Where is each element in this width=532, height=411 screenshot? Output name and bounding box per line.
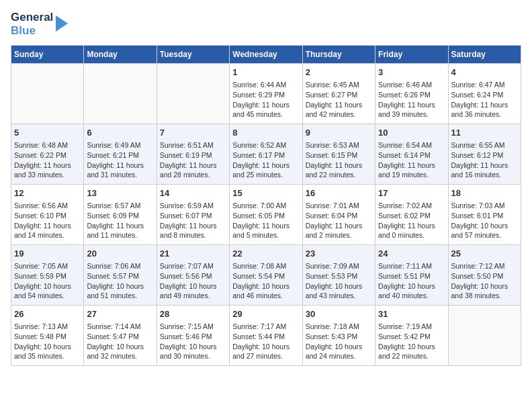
day-info: Sunrise: 7:11 AM bbox=[378, 261, 445, 271]
day-info: Sunrise: 6:53 AM bbox=[306, 140, 372, 150]
day-number: 19 bbox=[14, 248, 81, 260]
calendar-cell: 16Sunrise: 7:01 AMSunset: 6:04 PMDayligh… bbox=[302, 185, 375, 245]
day-info: Daylight: 10 hours and 51 minutes. bbox=[87, 281, 153, 301]
day-info: Sunset: 6:04 PM bbox=[306, 211, 372, 221]
day-info: Sunrise: 6:59 AM bbox=[160, 201, 226, 211]
day-info: Sunrise: 7:00 AM bbox=[232, 201, 299, 211]
day-info: Sunset: 5:53 PM bbox=[306, 271, 372, 281]
day-number: 3 bbox=[378, 66, 445, 79]
day-number: 5 bbox=[14, 127, 81, 139]
day-info: Sunset: 5:43 PM bbox=[306, 332, 372, 342]
day-info: Daylight: 11 hours and 2 minutes. bbox=[306, 221, 372, 240]
calendar-cell: 8Sunrise: 6:52 AMSunset: 6:17 PMDaylight… bbox=[230, 124, 302, 185]
day-info: Sunset: 6:22 PM bbox=[14, 150, 81, 161]
day-info: Daylight: 11 hours and 33 minutes. bbox=[14, 161, 81, 180]
day-info: Sunrise: 7:03 AM bbox=[451, 201, 518, 211]
day-info: Sunset: 5:48 PM bbox=[14, 332, 81, 342]
calendar-table: SundayMondayTuesdayWednesdayThursdayFrid… bbox=[11, 45, 521, 366]
day-info: Sunrise: 7:05 AM bbox=[14, 261, 81, 271]
day-info: Sunrise: 7:13 AM bbox=[14, 322, 81, 332]
calendar-week-row: 12Sunrise: 6:56 AMSunset: 6:10 PMDayligh… bbox=[11, 185, 521, 245]
day-number: 20 bbox=[87, 248, 153, 260]
day-number: 15 bbox=[232, 187, 299, 199]
day-info: Daylight: 10 hours and 43 minutes. bbox=[306, 281, 372, 301]
calendar-cell: 27Sunrise: 7:14 AMSunset: 5:47 PMDayligh… bbox=[84, 306, 157, 366]
day-info: Daylight: 11 hours and 0 minutes. bbox=[378, 221, 445, 240]
day-info: Daylight: 10 hours and 54 minutes. bbox=[14, 281, 81, 301]
day-number: 13 bbox=[87, 187, 153, 199]
calendar-cell: 7Sunrise: 6:51 AMSunset: 6:19 PMDaylight… bbox=[157, 124, 229, 185]
day-number: 4 bbox=[451, 66, 518, 79]
day-header-thursday: Thursday bbox=[302, 46, 375, 64]
calendar-cell: 6Sunrise: 6:49 AMSunset: 6:21 PMDaylight… bbox=[84, 124, 157, 185]
day-number: 2 bbox=[306, 66, 372, 79]
day-info: Sunrise: 7:06 AM bbox=[87, 261, 153, 271]
day-info: Sunset: 6:26 PM bbox=[378, 90, 445, 100]
page-header: General Blue bbox=[11, 11, 521, 37]
day-number: 12 bbox=[14, 187, 81, 199]
day-info: Daylight: 11 hours and 45 minutes. bbox=[232, 100, 299, 120]
day-info: Sunset: 6:15 PM bbox=[306, 150, 372, 161]
day-info: Sunset: 6:02 PM bbox=[378, 211, 445, 221]
day-info: Sunset: 5:51 PM bbox=[378, 271, 445, 281]
day-number: 27 bbox=[87, 308, 153, 320]
day-header-tuesday: Tuesday bbox=[157, 46, 229, 64]
day-number: 8 bbox=[232, 127, 299, 139]
day-number: 31 bbox=[378, 308, 445, 320]
day-info: Sunrise: 7:18 AM bbox=[306, 322, 372, 332]
day-info: Sunrise: 6:46 AM bbox=[378, 80, 445, 90]
calendar-week-row: 26Sunrise: 7:13 AMSunset: 5:48 PMDayligh… bbox=[11, 306, 521, 366]
day-number: 11 bbox=[451, 127, 518, 139]
logo-text: General bbox=[11, 11, 53, 24]
calendar-cell: 19Sunrise: 7:05 AMSunset: 5:59 PMDayligh… bbox=[11, 245, 84, 306]
calendar-cell: 4Sunrise: 6:47 AMSunset: 6:24 PMDaylight… bbox=[448, 64, 521, 124]
day-info: Sunset: 6:27 PM bbox=[306, 90, 372, 100]
day-number: 10 bbox=[378, 127, 445, 139]
day-info: Sunset: 5:42 PM bbox=[378, 332, 445, 342]
day-info: Daylight: 11 hours and 39 minutes. bbox=[378, 100, 445, 120]
calendar-cell: 11Sunrise: 6:55 AMSunset: 6:12 PMDayligh… bbox=[448, 124, 521, 185]
day-info: Sunrise: 7:08 AM bbox=[232, 261, 299, 271]
day-info: Sunset: 5:50 PM bbox=[451, 271, 518, 281]
day-info: Sunrise: 7:12 AM bbox=[451, 261, 518, 271]
day-header-monday: Monday bbox=[84, 46, 157, 64]
day-info: Sunset: 6:07 PM bbox=[160, 211, 226, 221]
day-info: Daylight: 11 hours and 14 minutes. bbox=[14, 221, 81, 240]
day-number: 25 bbox=[451, 248, 518, 260]
day-header-wednesday: Wednesday bbox=[230, 46, 302, 64]
day-info: Sunset: 6:29 PM bbox=[232, 90, 299, 100]
day-info: Sunrise: 6:49 AM bbox=[87, 140, 153, 150]
day-number: 9 bbox=[306, 127, 372, 139]
calendar-cell bbox=[84, 64, 157, 124]
day-info: Sunrise: 6:48 AM bbox=[14, 140, 81, 150]
day-info: Daylight: 10 hours and 49 minutes. bbox=[160, 281, 226, 301]
day-info: Sunrise: 7:09 AM bbox=[306, 261, 372, 271]
day-info: Daylight: 11 hours and 19 minutes. bbox=[378, 161, 445, 180]
day-info: Sunset: 5:54 PM bbox=[232, 271, 299, 281]
day-info: Daylight: 11 hours and 11 minutes. bbox=[87, 221, 153, 240]
calendar-cell: 31Sunrise: 7:19 AMSunset: 5:42 PMDayligh… bbox=[375, 306, 448, 366]
day-info: Sunset: 5:59 PM bbox=[14, 271, 81, 281]
day-info: Sunset: 6:14 PM bbox=[378, 150, 445, 161]
calendar-cell: 25Sunrise: 7:12 AMSunset: 5:50 PMDayligh… bbox=[448, 245, 521, 306]
day-number: 22 bbox=[232, 248, 299, 260]
day-info: Sunrise: 7:14 AM bbox=[87, 322, 153, 332]
logo-text-blue: Blue bbox=[11, 24, 53, 38]
day-info: Sunset: 6:09 PM bbox=[87, 211, 153, 221]
calendar-cell: 24Sunrise: 7:11 AMSunset: 5:51 PMDayligh… bbox=[375, 245, 448, 306]
day-info: Sunset: 6:19 PM bbox=[160, 150, 226, 161]
calendar-cell: 3Sunrise: 6:46 AMSunset: 6:26 PMDaylight… bbox=[375, 64, 448, 124]
day-info: Daylight: 10 hours and 40 minutes. bbox=[378, 281, 445, 301]
day-number: 21 bbox=[160, 248, 226, 260]
day-info: Sunset: 6:05 PM bbox=[232, 211, 299, 221]
day-info: Sunrise: 7:07 AM bbox=[160, 261, 226, 271]
day-info: Sunrise: 7:02 AM bbox=[378, 201, 445, 211]
day-info: Sunset: 5:56 PM bbox=[160, 271, 226, 281]
day-number: 30 bbox=[306, 308, 372, 320]
calendar-cell: 12Sunrise: 6:56 AMSunset: 6:10 PMDayligh… bbox=[11, 185, 84, 245]
day-info: Sunrise: 6:45 AM bbox=[306, 80, 372, 90]
day-number: 1 bbox=[232, 66, 299, 79]
calendar-cell bbox=[157, 64, 229, 124]
calendar-cell: 9Sunrise: 6:53 AMSunset: 6:15 PMDaylight… bbox=[302, 124, 375, 185]
calendar-cell: 14Sunrise: 6:59 AMSunset: 6:07 PMDayligh… bbox=[157, 185, 229, 245]
